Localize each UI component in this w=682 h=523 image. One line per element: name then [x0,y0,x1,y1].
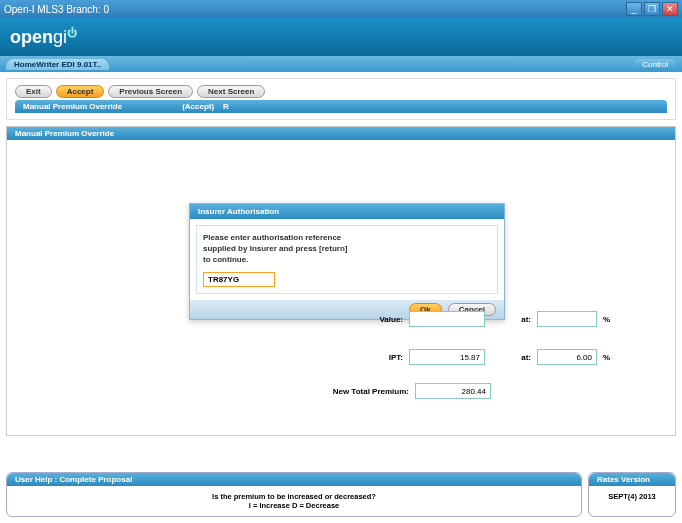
main-panel: Manual Premium Override Insurer Authoris… [6,126,676,436]
user-help-title: User Help : Complete Proposal [7,473,581,486]
at2-input[interactable] [537,349,597,365]
new-total-label: New Total Premium: [289,387,409,396]
rates-title: Rates Version [589,473,675,486]
rates-version-panel: Rates Version SEPT(4) 2013 [588,472,676,517]
premium-fields: Value: at: % IPT: at: % New Total Premiu… [7,311,675,417]
help-line-2: I = Increase D = Decrease [15,501,573,510]
close-button[interactable]: ✕ [662,2,678,16]
ipt-label: IPT: [313,353,403,362]
panel-title: Manual Premium Override [7,127,675,140]
dialog-msg-1: Please enter authorisation reference [203,232,491,243]
at1-label: at: [491,315,531,324]
app-logo: opengi⏻ [10,27,77,48]
auth-reference-input[interactable] [203,272,275,287]
accept-button[interactable]: Accept [56,85,105,98]
ipt-input[interactable] [409,349,485,365]
tab-bar: HomeWriter EDI 9.01T.. Control [0,56,682,72]
user-help-panel: User Help : Complete Proposal Is the pre… [6,472,582,517]
percent-1: % [603,315,615,324]
minimize-button[interactable]: _ [626,2,642,16]
at2-label: at: [491,353,531,362]
value-input[interactable] [409,311,485,327]
insurer-auth-dialog: Insurer Authorisation Please enter autho… [189,203,505,320]
at1-input[interactable] [537,311,597,327]
exit-button[interactable]: Exit [15,85,52,98]
new-total-input[interactable] [415,383,491,399]
tab-homewriter[interactable]: HomeWriter EDI 9.01T.. [6,59,109,70]
dialog-msg-2: supplied by Insurer and press [return] [203,243,491,254]
next-screen-button[interactable]: Next Screen [197,85,265,98]
dialog-msg-3: to continue. [203,254,491,265]
value-label: Value: [313,315,403,324]
control-button[interactable]: Control [634,59,676,70]
rates-value: SEPT(4) 2013 [589,486,675,507]
window-title: Open-I MLS3 Branch: 0 [4,4,626,15]
dialog-title: Insurer Authorisation [190,204,504,219]
window-titlebar: Open-I MLS3 Branch: 0 _ ❐ ✕ [0,0,682,18]
maximize-button[interactable]: ❐ [644,2,660,16]
previous-screen-button[interactable]: Previous Screen [108,85,193,98]
help-line-1: Is the premium to be increased or decrea… [15,492,573,501]
percent-2: % [603,353,615,362]
toolbar: Exit Accept Previous Screen Next Screen … [6,78,676,120]
toolbar-subtitle: Manual Premium Override [23,102,122,111]
app-header: opengi⏻ [0,18,682,56]
